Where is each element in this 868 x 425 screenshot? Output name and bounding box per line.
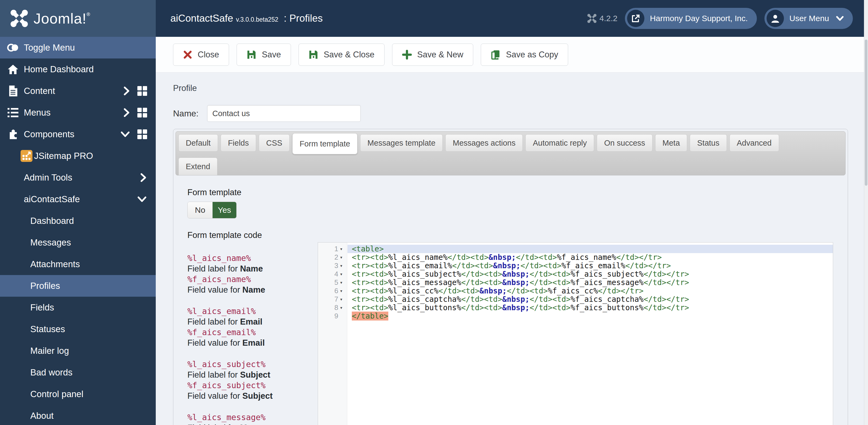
tab-status[interactable]: Status <box>690 134 726 151</box>
toggle-no-button[interactable]: No <box>188 202 213 218</box>
sidebar-toggle-menu[interactable]: Toggle Menu <box>0 37 156 58</box>
sidebar-item-dashboard[interactable]: Dashboard <box>0 210 156 232</box>
line-number[interactable]: 1▾ <box>318 245 347 253</box>
sidebar-item-statuses[interactable]: Statuses <box>0 318 156 340</box>
line-number[interactable]: 7▾ <box>318 295 347 304</box>
save-button[interactable]: Save <box>237 44 291 66</box>
sidebar-item-label: Home Dashboard <box>24 64 94 75</box>
tab-automatic-reply[interactable]: Automatic reply <box>525 134 594 151</box>
sidebar-item-label: Bad words <box>30 367 72 378</box>
main-area: CloseSaveSave & CloseSave & NewSave as C… <box>156 37 868 425</box>
tab-meta[interactable]: Meta <box>655 134 687 151</box>
sidebar-item-label: Dashboard <box>30 216 74 226</box>
chevron-right-icon[interactable] <box>140 173 147 182</box>
sidebar-item-control-panel[interactable]: Control panel <box>0 383 156 405</box>
line-number[interactable]: 6▾ <box>318 287 347 295</box>
site-preview-button[interactable]: Harmony Day Support, Inc. <box>625 8 757 29</box>
tab-messages-actions[interactable]: Messages actions <box>445 134 523 151</box>
code-line-6[interactable]: <tr><td>%l_aics_cc%</td><td>&nbsp;</td><… <box>347 287 833 295</box>
tab-form-template[interactable]: Form template <box>292 133 358 154</box>
grid-icon[interactable] <box>137 108 147 117</box>
chevron-right-icon[interactable] <box>123 108 130 117</box>
code-line-9[interactable]: </table> <box>347 312 833 320</box>
code-line-3[interactable]: <tr><td>%l_aics_email%</td><td>&nbsp;</t… <box>347 261 833 270</box>
code-segment: %f_aics_name% <box>557 253 616 262</box>
button-label: Save & Close <box>324 50 374 60</box>
code-line-4[interactable]: <tr><td>%l_aics_subject%</td><td>&nbsp;<… <box>347 270 833 278</box>
save-icon <box>309 50 318 60</box>
sidebar-item-messages[interactable]: Messages <box>0 232 156 253</box>
chevron-down-icon[interactable] <box>121 131 130 138</box>
sidebar-item-profiles[interactable]: Profiles <box>0 275 156 297</box>
code-segment: </td></tr> <box>598 286 644 295</box>
sidebar-item-components[interactable]: Components <box>0 123 156 145</box>
code-segment: </td><td> <box>507 286 548 295</box>
sidebar-menu: Home DashboardContentMenusComponentsJSit… <box>0 58 156 425</box>
sidebar-item-aicontactsafe[interactable]: aiContactSafe <box>0 189 156 210</box>
code-segment: <table> <box>352 245 384 253</box>
tab-fields[interactable]: Fields <box>221 134 256 151</box>
code-segment: </td><td> <box>438 286 479 295</box>
sidebar-item-mailer-log[interactable]: Mailer log <box>0 340 156 362</box>
sidebar-item-about[interactable]: About <box>0 405 156 425</box>
sidebar-item-admin-tools[interactable]: Admin Tools <box>0 167 156 189</box>
code-segment: </td></tr> <box>616 253 662 262</box>
chevron-right-icon[interactable] <box>123 86 130 95</box>
tab-messages-template[interactable]: Messages template <box>360 134 443 151</box>
user-menu-button[interactable]: User Menu <box>765 8 853 29</box>
tab-advanced[interactable]: Advanced <box>730 134 779 151</box>
toggle-yes-button[interactable]: Yes <box>213 202 236 218</box>
sidebar-item-jsitemap-pro[interactable]: JSitemap PRO <box>0 145 156 167</box>
chevron-down-icon[interactable] <box>137 196 147 202</box>
external-link-icon <box>627 10 644 27</box>
joomla-mark-icon <box>587 13 597 23</box>
list-icon <box>7 107 19 119</box>
page-scrollbar[interactable] <box>864 0 868 425</box>
puzzle-icon <box>7 128 19 140</box>
sidebar-item-bad-words[interactable]: Bad words <box>0 362 156 383</box>
line-number[interactable]: 8▾ <box>318 304 347 312</box>
plus-icon <box>402 50 412 60</box>
code-editor[interactable]: 1▾2▾3▾4▾5▾6▾7▾8▾9 <table><tr><td>%l_aics… <box>318 242 833 425</box>
editor-code[interactable]: <table><tr><td>%l_aics_name%</td><td>&nb… <box>347 243 833 320</box>
tab-default[interactable]: Default <box>179 134 218 151</box>
save-as-copy-button[interactable]: Save as Copy <box>481 44 568 66</box>
token-description: Field value for Subject <box>187 391 314 401</box>
code-segment: <tr><td> <box>352 303 388 312</box>
name-input[interactable] <box>207 105 361 122</box>
line-number[interactable]: 9 <box>318 312 347 320</box>
code-line-1[interactable]: <table> <box>347 245 833 253</box>
sidebar-item-fields[interactable]: Fields <box>0 297 156 318</box>
sidebar-item-content[interactable]: Content <box>0 80 156 102</box>
grid-icon[interactable] <box>137 86 147 96</box>
code-segment: &nbsp; <box>502 295 529 304</box>
code-line-7[interactable]: <tr><td>%l_aics_captcha%</td><td>&nbsp;<… <box>347 295 833 304</box>
form-template-label: Form template <box>187 188 845 197</box>
code-line-8[interactable]: <tr><td>%l_aics_buttons%</td><td>&nbsp;<… <box>347 304 833 312</box>
sidebar-item-menus[interactable]: Menus <box>0 102 156 123</box>
line-number[interactable]: 4▾ <box>318 270 347 278</box>
sidebar-item-label: About <box>30 410 54 421</box>
tab-extend[interactable]: Extend <box>179 158 217 175</box>
line-number[interactable]: 2▾ <box>318 253 347 261</box>
code-segment: <tr><td> <box>352 286 388 295</box>
code-line-2[interactable]: <tr><td>%l_aics_name%</td><td>&nbsp;</td… <box>347 253 833 261</box>
line-number[interactable]: 3▾ <box>318 261 347 270</box>
tab-css[interactable]: CSS <box>259 134 289 151</box>
line-number[interactable]: 5▾ <box>318 278 347 287</box>
site-name: Harmony Day Support, Inc. <box>650 14 748 23</box>
code-segment: &nbsp; <box>479 286 507 295</box>
code-segment: &nbsp; <box>502 270 529 279</box>
tab-on-success[interactable]: On success <box>597 134 652 151</box>
code-segment: %f_aics_subject% <box>570 270 644 279</box>
save-close-button[interactable]: Save & Close <box>299 44 384 66</box>
sidebar-item-home-dashboard[interactable]: Home Dashboard <box>0 58 156 80</box>
token-legend-entry: %f_aics_email%Field value for Email <box>187 327 314 348</box>
sidebar-item-attachments[interactable]: Attachments <box>0 253 156 275</box>
code-line-5[interactable]: <tr><td>%l_aics_message%</td><td>&nbsp;<… <box>347 278 833 287</box>
save-new-button[interactable]: Save & New <box>392 44 473 66</box>
scrollbar-thumb[interactable] <box>865 39 867 186</box>
close-button[interactable]: Close <box>173 44 229 66</box>
grid-icon[interactable] <box>137 130 147 139</box>
code-segment: &nbsp; <box>493 261 521 270</box>
